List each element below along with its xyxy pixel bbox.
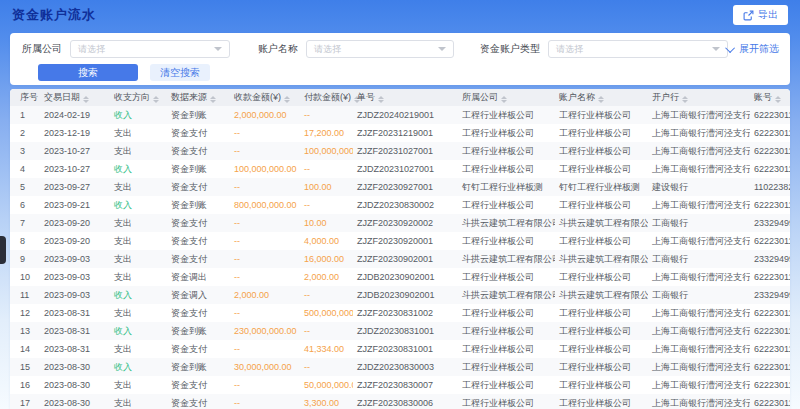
- cell-date: 2023-09-20: [40, 214, 110, 232]
- filter-panel: 所属公司 请选择 账户名称 请选择 资金账户类型 请选择 展开筛选 搜索: [10, 33, 790, 85]
- cell-serial: 12: [10, 304, 40, 322]
- column-header-label: 序号: [20, 92, 38, 102]
- account-type-select[interactable]: 请选择: [548, 40, 728, 58]
- cell-account-name: 钉钉工程行业样板测: [555, 178, 648, 196]
- cell-company: 工程行业样板公司: [458, 322, 555, 340]
- cell-account-name: 工程行业样板公司: [555, 160, 648, 178]
- table-row: 62023-09-21收入资金到账800,000,000.00--ZJDZ202…: [10, 196, 790, 214]
- cell-company: 工程行业样板公司: [458, 196, 555, 214]
- cell-direction: 支出: [110, 178, 167, 196]
- column-header-5[interactable]: 付款金额(¥): [300, 89, 353, 106]
- cell-source: 资金调出: [167, 268, 230, 286]
- filter-group-account-type: 资金账户类型 请选择: [480, 40, 728, 58]
- cell-date: 2024-02-19: [40, 106, 110, 124]
- cell-serial: 13: [10, 322, 40, 340]
- table-row: 162023-08-30支出资金支付--50,000,000.00ZJZF202…: [10, 376, 790, 394]
- filter-row: 所属公司 请选择 账户名称 请选择 资金账户类型 请选择 展开筛选: [22, 40, 778, 58]
- cell-income-amount: 800,000,000.00: [230, 196, 300, 214]
- cell-account-no: 622230111: [750, 340, 790, 358]
- clear-search-button[interactable]: 清空搜索: [150, 64, 210, 81]
- cell-date: 2023-09-20: [40, 232, 110, 250]
- cell-bank: 上海工商银行漕河泾支行: [648, 268, 750, 286]
- cell-date: 2023-09-03: [40, 250, 110, 268]
- cell-order-no: ZJDZ20230830002: [353, 196, 458, 214]
- cell-income-amount: 100,000,000.00: [230, 160, 300, 178]
- cell-company: 钉钉工程行业样板测: [458, 178, 555, 196]
- table-row: 102023-09-03支出资金调出--2,000.00ZJDB20230902…: [10, 268, 790, 286]
- column-header-8[interactable]: 账户名称: [555, 89, 648, 106]
- cell-bank: 上海工商银行漕河泾支行: [648, 304, 750, 322]
- cell-order-no: ZJDZ20231027001: [353, 160, 458, 178]
- column-header-1[interactable]: 交易日期: [40, 89, 110, 106]
- sort-icon[interactable]: [501, 96, 507, 103]
- sort-icon[interactable]: [682, 96, 688, 103]
- cell-order-no: ZJZF20230920001: [353, 232, 458, 250]
- cell-date: 2023-10-27: [40, 160, 110, 178]
- cell-account-name: 工程行业样板公司: [555, 340, 648, 358]
- cell-account-no: 622230111: [750, 124, 790, 142]
- cell-payment-amount: 16,000.00: [300, 250, 353, 268]
- cell-serial: 4: [10, 160, 40, 178]
- cell-direction: 支出: [110, 340, 167, 358]
- column-header-10[interactable]: 账号: [750, 89, 790, 106]
- expand-filters-link[interactable]: 展开筛选: [728, 42, 779, 56]
- column-header-4[interactable]: 收款金额(¥): [230, 89, 300, 106]
- export-button[interactable]: 导出: [733, 5, 788, 25]
- sort-icon[interactable]: [775, 96, 781, 103]
- column-header-7[interactable]: 所属公司: [458, 89, 555, 106]
- account-name-select[interactable]: 请选择: [306, 40, 454, 58]
- cell-account-no: 622230111: [750, 394, 790, 409]
- cell-date: 2023-08-30: [40, 376, 110, 394]
- cell-account-name: 工程行业样板公司: [555, 196, 648, 214]
- sort-icon[interactable]: [598, 96, 604, 103]
- sort-icon[interactable]: [210, 96, 216, 103]
- table-header-row: 序号交易日期收支方向数据来源收款金额(¥)付款金额(¥)单号所属公司账户名称开户…: [10, 89, 790, 106]
- cell-income-amount: --: [230, 124, 300, 142]
- cell-date: 2023-08-31: [40, 304, 110, 322]
- export-icon: [743, 10, 754, 21]
- cell-payment-amount: 17,200.00: [300, 124, 353, 142]
- column-header-9[interactable]: 开户行: [648, 89, 750, 106]
- cell-income-amount: --: [230, 142, 300, 160]
- cell-direction: 支出: [110, 304, 167, 322]
- column-header-0: 序号: [10, 89, 40, 106]
- sort-icon[interactable]: [378, 96, 384, 103]
- cell-account-no: 622230111: [750, 268, 790, 286]
- chevron-down-icon: [214, 47, 222, 51]
- cell-payment-amount: 4,000.00: [300, 232, 353, 250]
- cell-source: 资金支付: [167, 232, 230, 250]
- cell-income-amount: --: [230, 394, 300, 409]
- table-row: 92023-09-03支出资金支付--16,000.00ZJZF20230902…: [10, 250, 790, 268]
- company-select-placeholder: 请选择: [78, 43, 105, 56]
- cell-order-no: ZJDZ20230831001: [353, 322, 458, 340]
- cell-source: 资金到账: [167, 358, 230, 376]
- cell-account-no: 622230111: [750, 232, 790, 250]
- sort-icon[interactable]: [83, 96, 89, 103]
- table-row: 172023-08-30支出资金支付--3,300.00ZJZF20230830…: [10, 394, 790, 409]
- sort-icon[interactable]: [153, 96, 159, 103]
- cell-direction: 收入: [110, 106, 167, 124]
- cell-order-no: ZJZF20231027001: [353, 142, 458, 160]
- table-row: 32023-10-27支出资金支付--100,000,000.00ZJZF202…: [10, 142, 790, 160]
- column-header-6[interactable]: 单号: [353, 89, 458, 106]
- cell-payment-amount: 2,000.00: [300, 268, 353, 286]
- cell-direction: 收入: [110, 358, 167, 376]
- cell-source: 资金到账: [167, 196, 230, 214]
- drawer-handle[interactable]: [0, 236, 6, 264]
- cell-account-no: 233294994: [750, 286, 790, 304]
- cell-direction: 支出: [110, 376, 167, 394]
- column-header-label: 所属公司: [462, 92, 498, 102]
- column-header-3[interactable]: 数据来源: [167, 89, 230, 106]
- cell-account-no: 233294994: [750, 250, 790, 268]
- cell-account-name: 工程行业样板公司: [555, 304, 648, 322]
- search-button[interactable]: 搜索: [38, 64, 138, 81]
- cell-order-no: ZJZF20231219001: [353, 124, 458, 142]
- table-row: 112023-09-03收入资金调入2,000.00--ZJDB20230902…: [10, 286, 790, 304]
- cell-order-no: ZJZF20230830006: [353, 394, 458, 409]
- cell-serial: 2: [10, 124, 40, 142]
- company-select[interactable]: 请选择: [70, 40, 230, 58]
- cell-source: 资金到账: [167, 160, 230, 178]
- cell-source: 资金支付: [167, 214, 230, 232]
- column-header-2[interactable]: 收支方向: [110, 89, 167, 106]
- sort-icon[interactable]: [284, 96, 290, 103]
